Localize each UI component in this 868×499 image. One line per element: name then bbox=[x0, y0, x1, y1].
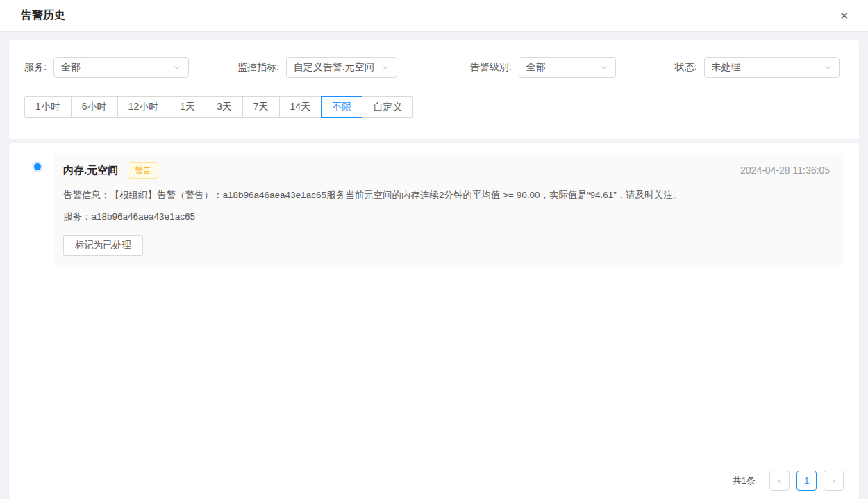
level-filter-label: 告警级别: bbox=[470, 61, 512, 74]
pagination-total: 共1条 bbox=[733, 475, 756, 487]
level-select-value: 全部 bbox=[526, 61, 546, 74]
chevron-down-icon bbox=[173, 63, 181, 72]
time-range-button-6h[interactable]: 6小时 bbox=[71, 96, 118, 118]
time-range-button-1d[interactable]: 1天 bbox=[169, 96, 206, 118]
alert-service-text: 服务：a18b96a46aea43e1ac65 bbox=[63, 211, 830, 223]
time-range-button-1h[interactable]: 1小时 bbox=[24, 96, 72, 118]
chevron-down-icon bbox=[600, 63, 608, 72]
close-icon[interactable]: ✕ bbox=[837, 8, 851, 24]
status-select-value: 未处理 bbox=[712, 61, 741, 74]
service-select-value: 全部 bbox=[61, 61, 81, 74]
level-select[interactable]: 全部 bbox=[519, 57, 616, 78]
alert-timestamp: 2024-04-28 11:36:05 bbox=[740, 165, 830, 176]
metric-select[interactable]: 自定义告警.元空间 bbox=[286, 57, 397, 78]
filter-panel: 服务: 全部 监控指标: 自定义告警.元空间 bbox=[9, 40, 859, 139]
alert-item-header: 内存.元空间 警告 2024-04-28 11:36:05 bbox=[63, 162, 830, 179]
alert-list-item: 内存.元空间 警告 2024-04-28 11:36:05 告警信息：【根组织】… bbox=[32, 153, 844, 265]
pagination-prev-icon[interactable]: ‹ bbox=[769, 471, 790, 491]
service-filter-label: 服务: bbox=[24, 61, 47, 74]
filter-metric: 监控指标: 自定义告警.元空间 bbox=[237, 57, 397, 78]
time-range-button-14d[interactable]: 14天 bbox=[279, 96, 322, 118]
alert-item-body: 内存.元空间 警告 2024-04-28 11:36:05 告警信息：【根组织】… bbox=[53, 153, 844, 265]
metric-select-value: 自定义告警.元空间 bbox=[294, 61, 374, 74]
status-filter-label: 状态: bbox=[675, 61, 697, 74]
time-range-button-unlimited[interactable]: 不限 bbox=[321, 96, 362, 118]
unread-dot-icon bbox=[32, 161, 43, 172]
time-range-button-3d[interactable]: 3天 bbox=[206, 96, 243, 118]
metric-filter-label: 监控指标: bbox=[237, 61, 279, 74]
mark-handled-button[interactable]: 标记为已处理 bbox=[63, 235, 143, 256]
time-range-group: 1小时 6小时 12小时 1天 3天 7天 14天 不限 自定义 bbox=[24, 96, 844, 118]
alert-list-panel: 内存.元空间 警告 2024-04-28 11:36:05 告警信息：【根组织】… bbox=[9, 143, 859, 499]
time-range-button-custom[interactable]: 自定义 bbox=[362, 96, 413, 118]
chevron-down-icon bbox=[824, 63, 832, 72]
status-select[interactable]: 未处理 bbox=[704, 57, 840, 78]
filter-row: 服务: 全部 监控指标: 自定义告警.元空间 bbox=[24, 57, 844, 78]
pagination-next-icon[interactable]: › bbox=[824, 471, 844, 491]
pagination: 共1条 ‹ 1 › bbox=[32, 471, 844, 492]
page-title: 告警历史 bbox=[21, 8, 65, 23]
time-range-button-12h[interactable]: 12小时 bbox=[117, 96, 170, 118]
filter-status: 状态: 未处理 bbox=[675, 57, 840, 78]
filter-level: 告警级别: 全部 bbox=[470, 57, 616, 78]
chevron-down-icon bbox=[381, 63, 390, 72]
modal-header: 告警历史 ✕ bbox=[0, 0, 868, 32]
pagination-page-1[interactable]: 1 bbox=[796, 471, 817, 491]
page-body: 服务: 全部 监控指标: 自定义告警.元空间 bbox=[0, 32, 868, 499]
alert-title: 内存.元空间 bbox=[63, 164, 118, 177]
warning-level-badge: 警告 bbox=[128, 162, 158, 179]
time-range-button-7d[interactable]: 7天 bbox=[242, 96, 280, 118]
service-select[interactable]: 全部 bbox=[53, 57, 189, 78]
alert-info-text: 告警信息：【根组织】告警（警告）：a18b96a46aea43e1ac65服务当… bbox=[63, 189, 830, 202]
filter-service: 服务: 全部 bbox=[24, 57, 189, 78]
